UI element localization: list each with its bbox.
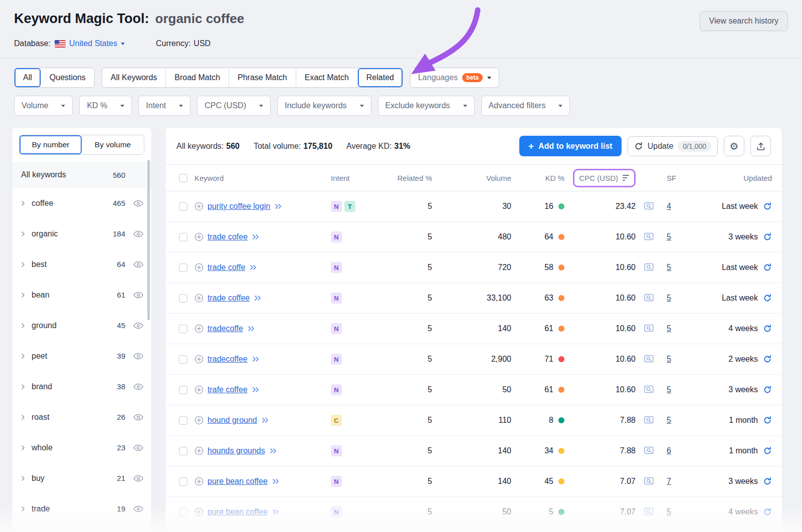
eye-icon[interactable]: [133, 475, 143, 482]
double-chevron-icon[interactable]: [269, 448, 277, 454]
keyword-link[interactable]: trade coffe: [208, 263, 245, 272]
add-to-keyword-list-button[interactable]: + Add to keyword list: [519, 136, 622, 156]
keyword-link[interactable]: hound ground: [208, 416, 257, 425]
add-keyword-icon[interactable]: [194, 324, 204, 333]
column-header-keyword[interactable]: Keyword: [194, 174, 331, 182]
row-checkbox[interactable]: [179, 355, 187, 364]
double-chevron-icon[interactable]: [252, 356, 260, 362]
keyword-group-item[interactable]: whole 23: [12, 432, 151, 463]
refresh-icon[interactable]: [763, 232, 772, 241]
keyword-link[interactable]: pure bean coffee: [208, 507, 268, 516]
row-checkbox[interactable]: [179, 233, 187, 241]
keyword-group-item[interactable]: coffee 465: [12, 188, 151, 218]
filter-dropdown[interactable]: CPC (USD): [197, 96, 271, 116]
serp-features-link[interactable]: 5: [667, 416, 671, 424]
ads-history-icon[interactable]: [644, 477, 655, 486]
eye-icon[interactable]: [133, 383, 143, 390]
all-keywords-row[interactable]: All keywords 560: [12, 162, 151, 188]
ads-history-icon[interactable]: [644, 446, 655, 455]
refresh-icon[interactable]: [763, 294, 772, 303]
filter-dropdown[interactable]: Intent: [138, 96, 190, 116]
tab-all[interactable]: All: [15, 68, 41, 87]
tab-all-keywords[interactable]: All Keywords: [102, 68, 166, 87]
intent-badge[interactable]: N: [331, 476, 342, 487]
eye-icon[interactable]: [133, 261, 143, 268]
keyword-group-item[interactable]: trade 19: [12, 493, 151, 524]
intent-badge[interactable]: N: [331, 201, 342, 212]
tab-questions[interactable]: Questions: [41, 68, 94, 87]
add-keyword-icon[interactable]: [194, 202, 204, 211]
settings-button[interactable]: ⚙: [724, 136, 744, 156]
eye-icon[interactable]: [133, 200, 143, 207]
row-checkbox[interactable]: [179, 447, 187, 455]
refresh-icon[interactable]: [763, 385, 772, 394]
keyword-link[interactable]: trade coffee: [208, 294, 250, 303]
serp-features-link[interactable]: 5: [667, 263, 671, 272]
serp-features-link[interactable]: 5: [667, 324, 671, 333]
by-volume-toggle[interactable]: By volume: [82, 135, 144, 154]
ads-history-icon[interactable]: [644, 202, 655, 211]
row-checkbox[interactable]: [179, 325, 187, 333]
filter-dropdown[interactable]: Exclude keywords: [378, 96, 475, 116]
ads-history-icon[interactable]: [644, 324, 655, 333]
eye-icon[interactable]: [133, 292, 143, 299]
keyword-group-item[interactable]: bean 61: [12, 280, 151, 310]
intent-badge[interactable]: N: [331, 506, 342, 517]
keyword-group-item[interactable]: ground 45: [12, 310, 151, 341]
serp-features-link[interactable]: 5: [667, 294, 671, 302]
filter-dropdown[interactable]: KD %: [79, 96, 132, 116]
by-number-toggle[interactable]: By number: [20, 135, 82, 154]
add-keyword-icon[interactable]: [194, 446, 204, 455]
ads-history-icon[interactable]: [644, 232, 655, 241]
intent-badge[interactable]: N: [331, 323, 342, 334]
add-keyword-icon[interactable]: [194, 294, 204, 303]
row-checkbox[interactable]: [179, 202, 187, 211]
intent-badge[interactable]: C: [331, 415, 342, 426]
export-button[interactable]: [750, 136, 771, 156]
column-header-kd[interactable]: KD %: [511, 174, 564, 182]
column-header-related[interactable]: Related %: [373, 174, 432, 182]
add-keyword-icon[interactable]: [194, 416, 204, 425]
add-keyword-icon[interactable]: [194, 355, 204, 364]
refresh-icon[interactable]: [763, 477, 772, 486]
serp-features-link[interactable]: 5: [667, 355, 671, 363]
ads-history-icon[interactable]: [644, 294, 655, 303]
double-chevron-icon[interactable]: [252, 387, 260, 393]
intent-badge[interactable]: N: [331, 262, 342, 273]
intent-badge[interactable]: N: [331, 231, 342, 242]
view-search-history-button[interactable]: View search history: [700, 11, 788, 31]
eye-icon[interactable]: [133, 322, 143, 329]
add-keyword-icon[interactable]: [194, 507, 204, 516]
refresh-icon[interactable]: [763, 202, 772, 211]
add-keyword-icon[interactable]: [194, 263, 204, 272]
keyword-group-item[interactable]: brand 38: [12, 371, 151, 402]
row-checkbox[interactable]: [179, 263, 187, 272]
double-chevron-icon[interactable]: [261, 417, 269, 423]
keyword-link[interactable]: hounds grounds: [208, 446, 265, 455]
ads-history-icon[interactable]: [644, 507, 655, 516]
column-header-updated[interactable]: Updated: [686, 174, 772, 182]
database-selector[interactable]: United States: [69, 39, 125, 48]
row-checkbox[interactable]: [179, 386, 187, 394]
refresh-icon[interactable]: [763, 416, 772, 425]
intent-badge[interactable]: N: [331, 293, 342, 304]
double-chevron-icon[interactable]: [247, 326, 255, 332]
keyword-group-item[interactable]: best 64: [12, 249, 151, 280]
keyword-link[interactable]: tradecoffe: [208, 324, 243, 333]
double-chevron-icon[interactable]: [252, 234, 260, 240]
column-header-intent[interactable]: Intent: [331, 174, 373, 182]
eye-icon[interactable]: [133, 230, 143, 237]
cpc-column-highlight[interactable]: CPC (USD): [573, 169, 636, 187]
column-header-volume[interactable]: Volume: [432, 174, 511, 182]
keyword-link[interactable]: trade cofee: [208, 232, 248, 241]
eye-icon[interactable]: [133, 444, 143, 451]
serp-features-link[interactable]: 4: [667, 202, 671, 210]
refresh-icon[interactable]: [763, 446, 772, 455]
keyword-group-item[interactable]: roast 26: [12, 402, 151, 432]
eye-icon[interactable]: [133, 414, 143, 421]
intent-badge[interactable]: N: [331, 384, 342, 395]
tab-exact-match[interactable]: Exact Match: [296, 68, 358, 87]
refresh-icon[interactable]: [763, 507, 772, 516]
serp-features-link[interactable]: 5: [667, 232, 671, 241]
eye-icon[interactable]: [133, 505, 143, 512]
